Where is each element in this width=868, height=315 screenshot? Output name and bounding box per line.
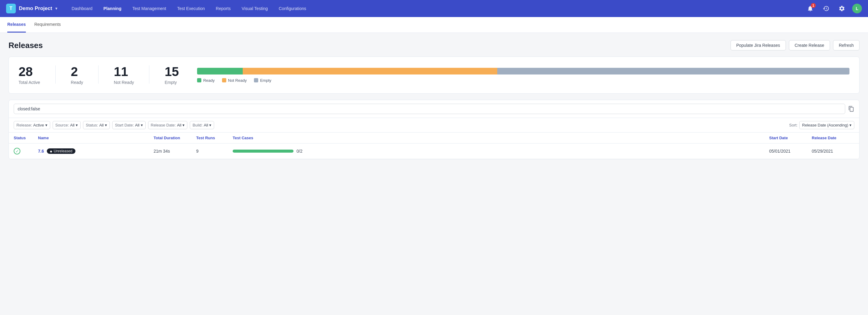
filter-source[interactable]: Source: All ▾ — [53, 121, 81, 129]
stats-numbers: 28 Total Active 2 Ready 11 Not Ready 15 … — [19, 65, 179, 85]
create-release-button[interactable]: Create Release — [789, 40, 830, 51]
sub-tabs: Releases Requirements — [0, 17, 868, 33]
table-row: ✓ 7.6 ◆ Unreleased 21m 34s 9 0/2 05/01/2… — [9, 144, 859, 159]
test-cases-bar-fill — [232, 150, 293, 153]
filter-status[interactable]: Status: All ▾ — [83, 121, 110, 129]
row-release-date: 05/29/2021 — [812, 149, 854, 154]
stat-ready-value: 2 — [71, 65, 83, 78]
row-status: ✓ — [14, 148, 38, 154]
filter-start-date-label: Start Date: — [115, 123, 134, 127]
row-start-date: 05/01/2021 — [769, 149, 812, 154]
filter-start-date[interactable]: Start Date: All ▾ — [112, 121, 146, 129]
copy-icon — [848, 106, 854, 112]
th-test-runs[interactable]: Test Runs — [196, 136, 232, 140]
stat-total-active: 28 Total Active — [19, 65, 40, 85]
brand[interactable]: T Demo Project ▾ — [6, 4, 57, 13]
stat-divider-1 — [55, 65, 56, 84]
settings-button[interactable] — [836, 3, 847, 14]
refresh-button[interactable]: Refresh — [833, 40, 860, 51]
legend-ready-label: Ready — [203, 78, 215, 83]
history-icon — [823, 5, 829, 12]
stat-empty-label: Empty — [164, 80, 179, 85]
legend-empty-label: Empty — [260, 78, 271, 83]
sort-value: Release Date (Ascending) — [802, 123, 848, 127]
tab-releases[interactable]: Releases — [7, 17, 26, 33]
filter-source-label: Source: — [55, 123, 69, 127]
row-test-runs: 9 — [196, 149, 232, 154]
legend-empty: Empty — [254, 78, 271, 83]
nav-planning[interactable]: Planning — [98, 0, 127, 17]
stat-not-ready: 11 Not Ready — [114, 65, 134, 85]
filter-release-date-value: All — [177, 123, 181, 127]
nav-actions: 1 L — [805, 3, 862, 14]
row-total-duration: 21m 34s — [154, 149, 196, 154]
filter-release-value: Active — [33, 123, 44, 127]
filter-build[interactable]: Build: All ▾ — [190, 121, 214, 129]
th-release-date[interactable]: Release Date — [812, 136, 854, 140]
table-header: Status Name Total Duration Test Runs Tes… — [9, 132, 859, 144]
brand-chevron-icon: ▾ — [55, 6, 57, 11]
stat-total-active-label: Total Active — [19, 80, 40, 85]
filter-release-date[interactable]: Release Date: All ▾ — [148, 121, 188, 129]
legend-ready: Ready — [197, 78, 215, 83]
legend-empty-dot — [254, 78, 258, 83]
nav-test-management[interactable]: Test Management — [127, 0, 172, 17]
release-badge: ◆ Unreleased — [47, 148, 75, 154]
notification-button[interactable]: 1 — [805, 3, 816, 14]
progress-legend: Ready Not Ready Empty — [197, 78, 849, 83]
filter-source-value: All — [70, 123, 74, 127]
notification-badge: 1 — [811, 3, 816, 8]
progress-bar — [197, 68, 849, 74]
status-ready-icon: ✓ — [14, 148, 20, 154]
tab-requirements[interactable]: Requirements — [34, 17, 61, 33]
filter-release-date-label: Release Date: — [151, 123, 176, 127]
nav-test-execution[interactable]: Test Execution — [172, 0, 211, 17]
header-actions: Populate Jira Releases Create Release Re… — [731, 40, 860, 51]
user-avatar[interactable]: L — [852, 4, 862, 13]
th-name[interactable]: Name — [38, 136, 154, 140]
legend-not-ready: Not Ready — [222, 78, 247, 83]
release-badge-text: Unreleased — [54, 149, 72, 153]
project-name: Demo Project — [19, 5, 52, 11]
filter-build-chevron: ▾ — [209, 123, 211, 127]
stat-empty-value: 15 — [164, 65, 179, 78]
copy-button[interactable] — [848, 106, 854, 112]
th-start-date[interactable]: Start Date — [769, 136, 812, 140]
page-title: Releases — [8, 41, 43, 50]
search-input[interactable] — [14, 104, 845, 114]
test-cases-ratio: 0/2 — [297, 149, 302, 154]
stat-not-ready-value: 11 — [114, 65, 134, 78]
th-total-duration[interactable]: Total Duration — [154, 136, 196, 140]
filter-release-label: Release: — [17, 123, 32, 127]
stat-total-active-value: 28 — [19, 65, 40, 78]
main-content: Releases Populate Jira Releases Create R… — [0, 33, 868, 167]
filter-status-value: All — [99, 123, 103, 127]
history-button[interactable] — [820, 3, 832, 14]
populate-jira-button[interactable]: Populate Jira Releases — [731, 40, 786, 51]
page-header: Releases Populate Jira Releases Create R… — [8, 40, 860, 51]
release-version[interactable]: 7.6 — [38, 149, 44, 154]
row-test-cases: 0/2 — [232, 149, 769, 154]
progress-section: Ready Not Ready Empty — [197, 68, 849, 83]
test-cases-bar-bg — [232, 150, 293, 153]
nav-visual-testing[interactable]: Visual Testing — [236, 0, 273, 17]
filter-source-chevron: ▾ — [76, 123, 78, 127]
th-test-cases[interactable]: Test Cases — [232, 136, 769, 140]
search-row — [9, 100, 859, 118]
stat-not-ready-label: Not Ready — [114, 80, 134, 85]
filter-release[interactable]: Release: Active ▾ — [14, 121, 50, 129]
filter-build-value: All — [204, 123, 208, 127]
stats-card: 28 Total Active 2 Ready 11 Not Ready 15 … — [8, 57, 860, 94]
filter-start-date-chevron: ▾ — [141, 123, 143, 127]
stat-divider-3 — [149, 65, 149, 84]
diamond-icon: ◆ — [50, 150, 52, 153]
nav-configurations[interactable]: Configurations — [273, 0, 311, 17]
nav-dashboard[interactable]: Dashboard — [66, 0, 98, 17]
th-status[interactable]: Status — [14, 136, 38, 140]
legend-ready-dot — [197, 78, 202, 83]
nav-links: Dashboard Planning Test Management Test … — [66, 0, 805, 17]
sort-dropdown[interactable]: Release Date (Ascending) ▾ — [799, 121, 854, 129]
legend-not-ready-label: Not Ready — [228, 78, 247, 83]
nav-reports[interactable]: Reports — [211, 0, 236, 17]
navbar: T Demo Project ▾ Dashboard Planning Test… — [0, 0, 868, 17]
